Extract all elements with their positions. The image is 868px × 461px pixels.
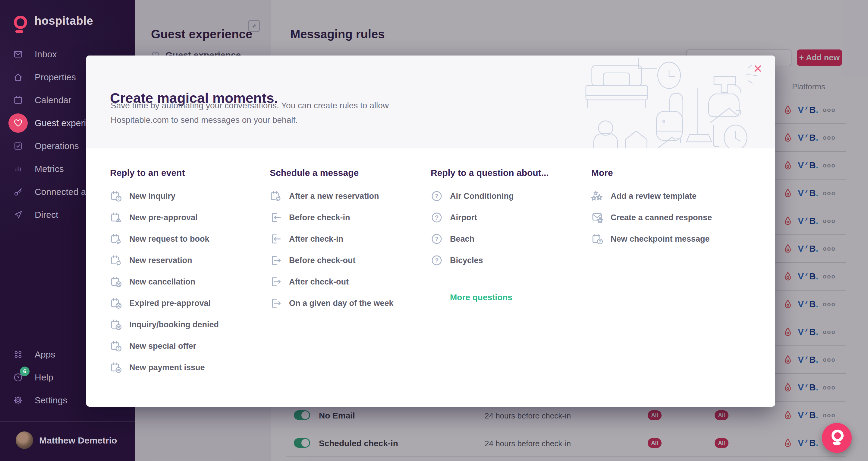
direct-icon <box>13 210 23 220</box>
key-icon-wrap <box>8 182 28 202</box>
rule-option-label: Beach <box>450 234 474 244</box>
app-root: hospitable InboxPropertiesCalendarGuest … <box>0 0 868 461</box>
rule-option-new-payment-issue[interactable]: New payment issue <box>110 361 268 374</box>
modal-subtitle: Save time by automating your conversatio… <box>111 98 389 127</box>
rule-option-label: New request to book <box>129 234 210 244</box>
stars-icon <box>591 190 603 202</box>
door-out-icon <box>270 297 282 309</box>
hospitable-logo-dash-icon <box>16 30 23 33</box>
door-out-icon <box>270 254 282 266</box>
rule-option-label: New checkpoint message <box>611 234 710 244</box>
sidebar-item-label: Inbox <box>35 49 57 59</box>
metrics-icon-wrap <box>8 159 28 179</box>
apps-icon-wrap <box>8 345 28 364</box>
modal-column-header: More <box>591 168 749 178</box>
mail-icon-wrap <box>8 45 28 64</box>
rule-option-label: New special offer <box>129 342 196 351</box>
user-menu[interactable]: Matthew Demetrio <box>0 431 135 451</box>
create-rule-modal: Create magical moments. Save time by aut… <box>86 56 775 407</box>
chat-launcher-button[interactable] <box>822 423 852 453</box>
home-icon-wrap <box>8 67 28 87</box>
gear-icon <box>13 395 23 405</box>
modal-subtitle-line: Hospitable.com to send messages on your … <box>111 113 389 127</box>
cal-question-icon <box>110 340 122 352</box>
rule-option-after-check-in[interactable]: After check-in <box>270 232 428 246</box>
sidebar-item-label: Properties <box>35 72 76 82</box>
rule-option-new-special-offer[interactable]: New special offer <box>110 339 268 353</box>
rule-option-new-reservation[interactable]: New reservation <box>110 254 268 267</box>
housekeeping-illustration <box>579 58 760 148</box>
rule-option-label: New payment issue <box>129 363 205 372</box>
sidebar-item-label: Apps <box>35 349 55 359</box>
question-circle-icon <box>431 233 443 245</box>
rule-option-label: On a given day of the week <box>289 299 394 308</box>
rule-option-label: After a new reservation <box>289 192 379 201</box>
cal-question-icon <box>110 190 122 202</box>
rule-option-label: After check-in <box>289 234 343 244</box>
rule-option-beach[interactable]: Beach <box>431 232 589 246</box>
sidebar-item-label: Metrics <box>35 164 64 174</box>
cal-x-icon <box>110 319 122 331</box>
door-in-icon <box>270 211 282 224</box>
sidebar-divider <box>0 421 135 422</box>
direct-icon-wrap <box>8 205 28 225</box>
cal-refresh-icon <box>110 233 122 245</box>
brand-logo[interactable]: hospitable <box>0 15 135 37</box>
rule-option-add-a-review-template[interactable]: Add a review template <box>591 190 749 203</box>
hospitable-chat-logo-dash-icon <box>833 442 841 445</box>
rule-option-create-a-canned-response[interactable]: Create a canned response <box>591 211 749 224</box>
rule-option-on-a-given-day-of-the-week[interactable]: On a given day of the week <box>270 296 428 310</box>
sidebar-item-label: Direct <box>35 210 58 220</box>
rule-option-air-conditioning[interactable]: Air Conditioning <box>431 190 589 203</box>
rule-option-label: Airport <box>450 213 477 222</box>
modal-column-3: Reply to a question about...Air Conditio… <box>431 168 589 302</box>
rule-option-label: New pre-approval <box>129 213 198 222</box>
modal-column-header: Reply to an event <box>110 168 268 178</box>
more-questions-link[interactable]: More questions <box>450 293 513 302</box>
rule-option-before-check-in[interactable]: Before check-in <box>270 211 428 224</box>
rule-option-label: Create a canned response <box>611 213 712 222</box>
calendar-icon-wrap <box>8 90 28 110</box>
rule-option-label: After check-out <box>289 277 349 287</box>
check-square-icon <box>13 141 23 151</box>
rule-option-label: Add a review template <box>611 192 696 201</box>
rule-option-label: Before check-in <box>289 213 350 222</box>
metrics-icon <box>13 164 23 174</box>
rule-option-new-cancellation[interactable]: New cancellation <box>110 275 268 288</box>
rule-option-label: Before check-out <box>289 256 355 265</box>
modal-column-header: Reply to a question about... <box>431 168 589 178</box>
rule-option-new-checkpoint-message[interactable]: New checkpoint message <box>591 232 749 246</box>
modal-column-header: Schedule a message <box>270 168 428 178</box>
cal-refresh-icon <box>110 254 122 266</box>
hospitable-chat-logo-icon <box>832 430 844 442</box>
brand-wordmark: hospitable <box>34 15 93 27</box>
modal-subtitle-line: Save time by automating your conversatio… <box>111 98 389 113</box>
heart-icon <box>13 118 23 128</box>
sidebar-item-label: Settings <box>35 395 67 405</box>
rule-option-inquiry-booking-denied[interactable]: Inquiry/booking denied <box>110 318 268 331</box>
question-circle-icon <box>431 254 443 266</box>
avatar <box>16 431 33 449</box>
rule-option-before-check-out[interactable]: Before check-out <box>270 254 428 267</box>
rule-option-label: New inquiry <box>129 192 176 201</box>
rule-option-after-check-out[interactable]: After check-out <box>270 275 428 288</box>
rule-option-new-pre-approval[interactable]: New pre-approval <box>110 211 268 224</box>
rule-option-label: New cancellation <box>129 277 195 287</box>
rule-option-new-inquiry[interactable]: New inquiry <box>110 190 268 203</box>
rule-option-bicycles[interactable]: Bicycles <box>431 254 589 267</box>
rule-option-after-a-new-reservation[interactable]: After a new reservation <box>270 190 428 203</box>
cal-question-icon <box>591 233 603 245</box>
check-square-icon-wrap <box>8 136 28 156</box>
gear-icon-wrap <box>8 391 28 410</box>
sidebar-item-label: Help <box>35 372 53 382</box>
key-icon <box>13 187 23 197</box>
mail-icon <box>13 49 23 59</box>
user-name: Matthew Demetrio <box>39 435 117 445</box>
rule-option-new-request-to-book[interactable]: New request to book <box>110 232 268 246</box>
help-count-badge: 6 <box>20 367 30 376</box>
cal-warning-icon <box>110 211 122 224</box>
rule-option-airport[interactable]: Airport <box>431 211 589 224</box>
close-icon[interactable]: ✕ <box>751 63 764 75</box>
rule-option-expired-pre-approval[interactable]: Expired pre-approval <box>110 296 268 310</box>
rule-option-label: Bicycles <box>450 256 483 265</box>
